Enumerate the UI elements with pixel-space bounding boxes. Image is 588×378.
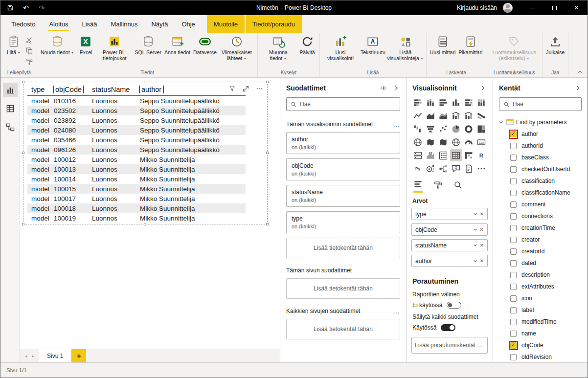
field-checkbox[interactable] [510,225,517,231]
collapse-pane-icon[interactable] [392,84,400,92]
visual-filter-drop-area[interactable]: Lisää tietokentät tähän [286,238,400,258]
powerbi-datasets-button[interactable]: Power BI -tietojoukot [96,34,133,62]
field-checkbox[interactable] [510,354,517,360]
eye-icon[interactable] [380,84,387,92]
chevron-down-icon[interactable] [473,258,478,264]
stacked-column-chart-icon[interactable] [425,96,437,109]
field-list-item-oldRevision[interactable]: oldRevision [493,351,588,362]
model-view-button[interactable] [3,120,18,134]
field-checkbox[interactable] [510,248,517,255]
shape-map-icon[interactable] [437,136,450,148]
field-checkbox[interactable] [510,190,517,196]
undo-icon[interactable]: ↶ [22,4,30,12]
save-icon[interactable] [6,4,14,12]
field-list-item-connections[interactable]: connections [493,210,588,222]
tab-ohje[interactable]: Ohje [175,15,202,33]
resize-handle[interactable] [22,223,24,225]
line-chart-icon[interactable] [412,110,424,122]
gauge-icon[interactable] [463,136,475,148]
field-checkbox[interactable] [510,307,517,313]
field-list-item-author[interactable]: author [493,128,588,140]
100-stacked-column-chart-icon[interactable] [475,96,488,109]
page-filter-drop-area[interactable]: Lisää tietokentät tähän [286,278,400,299]
recent-sources-button[interactable]: Viimeaikaiset lähteet▼ [218,34,255,62]
clustered-bar-chart-icon[interactable] [437,96,450,109]
field-list-item-classification[interactable]: classification [493,175,588,187]
paginated-report-icon[interactable] [463,162,475,175]
data-view-button[interactable] [3,101,18,116]
field-checkbox[interactable] [510,284,517,290]
table-column-header-statusName[interactable]: statusName [88,86,136,93]
field-checkbox[interactable] [510,237,517,243]
filled-map-icon[interactable] [425,136,437,148]
collapse-pane-icon[interactable] [574,84,582,92]
field-list-item-dated[interactable]: dated [493,257,588,269]
refresh-button[interactable]: Päivitä [297,34,317,55]
card-icon[interactable] [475,136,488,148]
chevron-down-icon[interactable] [473,243,478,248]
field-list-item-creator[interactable]: creator [493,234,588,245]
resize-handle[interactable] [266,223,269,225]
qa-visual-icon[interactable] [450,162,462,175]
field-checkbox[interactable] [510,272,517,278]
cut-icon[interactable] [25,36,34,44]
avatar[interactable] [503,3,513,13]
copy-icon[interactable] [25,46,34,55]
resize-handle[interactable] [266,81,269,83]
tab-muotoile[interactable]: Muotoile [207,15,245,33]
all-pages-filter-drop-area[interactable]: Lisää tietokentät tähän [286,319,400,339]
tab-mallinnus[interactable]: Mallinnus [104,15,145,33]
map-icon[interactable] [412,136,424,148]
kpi-icon[interactable] [425,149,437,161]
field-list-item-name[interactable]: name [493,328,588,339]
pie-chart-icon[interactable] [450,123,462,135]
tab-lisaa[interactable]: Lisää [75,15,104,33]
quick-measure-button[interactable]: Pikamittari [457,34,484,55]
keep-filters-toggle[interactable] [441,324,455,331]
key-influencers-icon[interactable] [425,162,437,175]
field-list-item-authorId[interactable]: authorId [493,140,588,152]
field-checkbox[interactable] [510,201,517,208]
field-list-item-description[interactable]: description [493,269,588,281]
field-checkbox[interactable] [510,131,517,137]
fields-tab[interactable] [413,179,423,193]
fields-search-input[interactable] [513,101,577,108]
field-checkbox[interactable] [510,213,517,220]
report-view-button[interactable] [3,83,18,97]
page-next-icon[interactable]: ▸ [32,354,35,358]
collapse-ribbon-icon[interactable] [577,68,584,75]
field-checkbox[interactable] [510,295,517,302]
field-list-item-creationTime[interactable]: creationTime [493,222,588,234]
field-well-objCode[interactable]: objCode ✕ [411,223,488,236]
resize-handle[interactable] [22,81,24,83]
sign-in-button[interactable]: Kirjaudu sisään [457,4,497,11]
analytics-tab[interactable] [453,179,463,193]
text-box-button[interactable]: A Tekstiruutu [359,34,387,55]
remove-field-icon[interactable]: ✕ [480,258,484,264]
remove-field-icon[interactable]: ✕ [480,227,484,232]
more-visuals-button[interactable]: Lisää visualisointeja▼ [387,34,424,62]
page-prev-icon[interactable]: ◂ [25,354,27,358]
clustered-column-chart-icon[interactable] [450,96,462,109]
r-script-visual-icon[interactable] [475,149,488,161]
field-checkbox[interactable] [510,260,517,267]
chevron-down-icon[interactable] [473,227,478,232]
dataverse-button[interactable]: Dataverse [192,34,218,55]
azure-map-icon[interactable] [450,136,462,148]
new-measure-button[interactable]: Uusi mittari [429,34,457,55]
new-visual-button[interactable]: Uusi visualisointi [322,34,359,62]
tab-tiedot-poraudu[interactable]: Tiedot/poraudu [246,15,302,33]
field-list-item-classificationName[interactable]: classificationName [493,187,588,199]
filter-card-statusName[interactable]: statusName on (kaikki) [286,185,400,207]
decomposition-tree-icon[interactable] [437,162,450,175]
get-data-button[interactable]: Nouda tiedot▼ [39,34,75,55]
chevron-down-icon[interactable] [473,211,478,217]
field-list-item-checkedOutUserId[interactable]: checkedOutUserId [493,163,588,175]
maximize-button[interactable] [543,0,565,15]
scatter-chart-icon[interactable] [437,123,450,135]
field-list-item-extAttributes[interactable]: extAttributes [493,281,588,292]
table-column-header-type[interactable]: type [27,86,50,93]
remove-field-icon[interactable]: ✕ [480,243,484,248]
table-column-header-objCode[interactable]: objCode [50,86,88,93]
close-button[interactable]: ✕ [565,0,588,15]
